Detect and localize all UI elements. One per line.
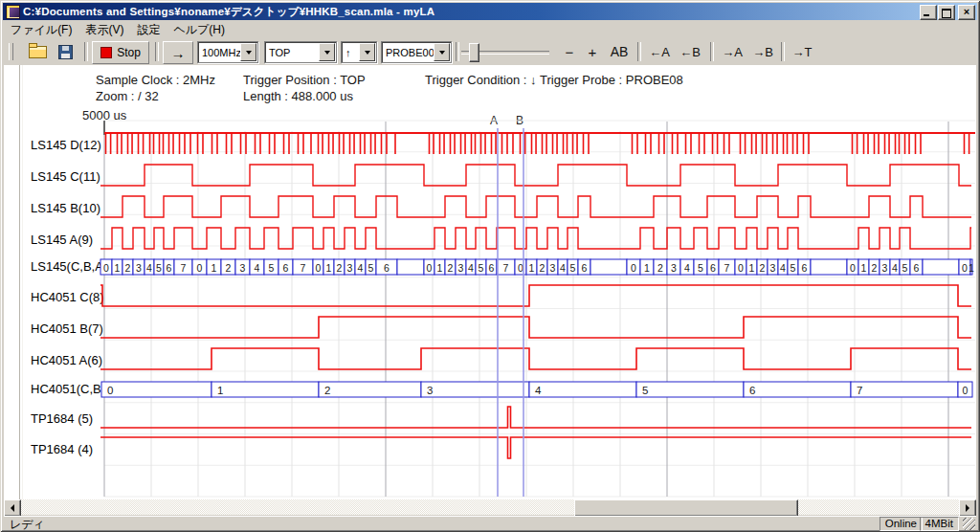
- minimize-icon: [924, 14, 929, 16]
- dropdown-button[interactable]: [434, 43, 450, 61]
- svg-text:4: 4: [358, 262, 364, 274]
- svg-text:0: 0: [962, 262, 968, 274]
- channel-label: HC4051 C(8): [31, 290, 104, 304]
- goto-cursor-a-button[interactable]: ←A: [645, 41, 674, 62]
- stop-button[interactable]: Stop: [92, 41, 149, 64]
- svg-text:3: 3: [770, 262, 776, 274]
- svg-text:1: 1: [529, 262, 535, 274]
- svg-text:6: 6: [914, 262, 920, 274]
- svg-text:1: 1: [326, 262, 332, 274]
- toolbar-separator: [84, 42, 88, 61]
- waveform-panel[interactable]: Sample Clock : 2MHz Trigger Position : T…: [4, 65, 976, 499]
- chevron-down-icon: [365, 51, 370, 55]
- svg-text:4: 4: [780, 262, 786, 274]
- svg-text:4: 4: [684, 262, 690, 274]
- svg-text:2: 2: [337, 262, 343, 274]
- move-b-button[interactable]: →B: [748, 41, 777, 62]
- move-a-button[interactable]: →A: [718, 41, 746, 62]
- maximize-button[interactable]: [938, 5, 955, 20]
- status-memory: 4MBit: [920, 517, 959, 531]
- channel-label: LS145 B(10): [31, 201, 100, 215]
- svg-text:1: 1: [969, 262, 974, 274]
- window-title: C:¥Documents and Settings¥noname¥デスクトップ¥…: [23, 5, 434, 19]
- sample-rate-value: 100MHz: [198, 47, 240, 58]
- dropdown-button[interactable]: [319, 43, 335, 61]
- svg-text:5: 5: [698, 262, 703, 274]
- app-icon: [6, 5, 20, 19]
- svg-text:5: 5: [902, 262, 908, 274]
- status-ready: レディ: [10, 517, 45, 532]
- svg-text:4: 4: [468, 262, 474, 274]
- title-bar[interactable]: C:¥Documents and Settings¥noname¥デスクトップ¥…: [3, 3, 977, 20]
- run-arrow-icon: →: [171, 45, 186, 61]
- channel-label: HC4051 B(7): [31, 321, 103, 336]
- svg-text:1: 1: [644, 262, 650, 274]
- menu-file[interactable]: ファイル(F): [4, 21, 78, 39]
- zoom-slider[interactable]: [461, 41, 549, 62]
- svg-text:7: 7: [724, 262, 730, 274]
- svg-text:0: 0: [963, 385, 969, 396]
- svg-text:6: 6: [710, 262, 716, 274]
- goto-trigger-button[interactable]: →T: [789, 41, 815, 62]
- save-floppy-icon: [58, 45, 73, 59]
- channel-label: TP1684 (4): [31, 442, 93, 456]
- minimize-button[interactable]: [920, 5, 937, 20]
- cursor-ab-button[interactable]: AB: [607, 41, 632, 62]
- info-sample-clock: Sample Clock : 2MHz: [96, 73, 215, 87]
- menu-help[interactable]: ヘルプ(H): [167, 21, 232, 39]
- toolbar-separator: [456, 42, 459, 61]
- goto-cursor-b-button[interactable]: ←B: [676, 41, 704, 62]
- toolbar-grip: [9, 43, 13, 60]
- channel-label: HC4051 A(6): [31, 353, 102, 367]
- cursor-a-label[interactable]: A: [487, 114, 501, 127]
- svg-text:2: 2: [540, 262, 546, 274]
- probe-select[interactable]: PROBE00: [381, 41, 452, 63]
- svg-text:0: 0: [850, 262, 856, 274]
- svg-text:6: 6: [489, 262, 495, 274]
- stop-label: Stop: [117, 46, 141, 59]
- open-button[interactable]: [25, 41, 50, 62]
- svg-text:4: 4: [560, 262, 566, 274]
- trigger-pos-select[interactable]: TOP: [264, 41, 337, 63]
- waveform-canvas[interactable]: 0123456701234567012345601234567012345601…: [4, 65, 976, 499]
- save-button[interactable]: [54, 41, 77, 62]
- sample-rate-select[interactable]: 100MHz: [197, 41, 258, 63]
- slider-thumb[interactable]: [469, 43, 479, 62]
- svg-text:0: 0: [316, 262, 322, 274]
- panel-splitter[interactable]: [19, 65, 23, 499]
- info-zoom: Zoom : / 32: [96, 89, 159, 103]
- trigger-edge-select[interactable]: ↑: [341, 41, 377, 63]
- svg-text:6: 6: [749, 385, 755, 396]
- menu-settings[interactable]: 設定: [130, 21, 167, 39]
- scroll-left-button[interactable]: [4, 499, 21, 517]
- svg-text:5: 5: [479, 262, 484, 274]
- cursor-b-label[interactable]: B: [513, 114, 526, 127]
- close-button[interactable]: ×: [958, 5, 975, 20]
- svg-text:5: 5: [269, 262, 275, 274]
- svg-text:5: 5: [368, 262, 374, 274]
- svg-text:4: 4: [255, 262, 260, 274]
- svg-text:7: 7: [301, 262, 306, 274]
- dropdown-button[interactable]: [359, 43, 375, 61]
- scrollbar-thumb[interactable]: [574, 499, 798, 517]
- svg-text:4: 4: [146, 262, 152, 274]
- chevron-down-icon: [324, 51, 330, 55]
- dropdown-button[interactable]: [240, 43, 256, 61]
- svg-text:0: 0: [197, 262, 203, 274]
- run-button[interactable]: →: [163, 41, 193, 64]
- zoom-out-button[interactable]: −: [561, 41, 578, 62]
- svg-text:0: 0: [631, 262, 636, 274]
- scroll-right-button[interactable]: [959, 499, 976, 517]
- resize-grip[interactable]: [963, 518, 975, 530]
- probe-value: PROBE00: [382, 47, 434, 58]
- zoom-in-button[interactable]: +: [584, 41, 601, 62]
- svg-text:2: 2: [448, 262, 454, 274]
- svg-text:1: 1: [861, 262, 867, 274]
- menu-view[interactable]: 表示(V): [78, 21, 130, 39]
- menu-bar: ファイル(F) 表示(V) 設定 ヘルプ(H): [4, 21, 976, 38]
- toolbar-separator: [155, 42, 159, 61]
- arrow-left-icon: [11, 504, 14, 512]
- close-icon: ×: [959, 6, 974, 19]
- horizontal-scrollbar[interactable]: [4, 499, 976, 515]
- svg-text:6: 6: [384, 262, 390, 274]
